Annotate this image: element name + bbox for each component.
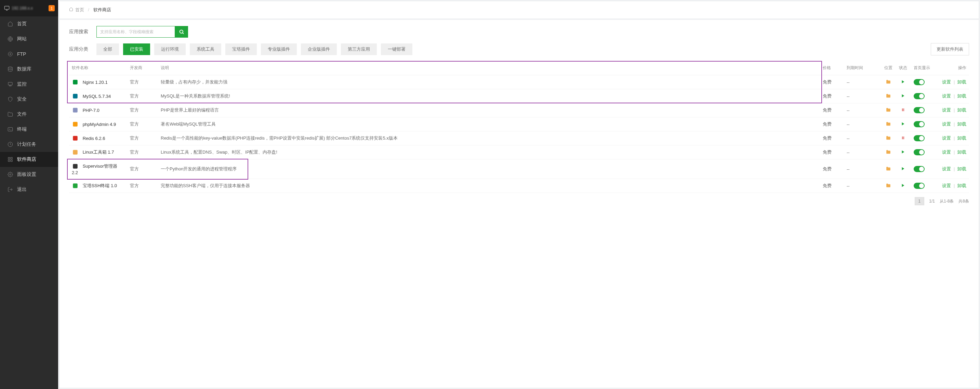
toggle-switch[interactable] (914, 149, 924, 155)
ftp-icon (8, 51, 13, 57)
search-input[interactable] (96, 26, 175, 38)
update-list-button[interactable]: 更新软件列表 (931, 43, 969, 56)
svg-point-6 (8, 67, 12, 68)
sidebar-item-clock[interactable]: 计划任务 (0, 137, 58, 152)
uninstall-link[interactable]: 卸载 (958, 121, 966, 127)
app-icon (72, 163, 79, 170)
app-icon (72, 93, 79, 100)
pause-icon[interactable] (901, 108, 905, 112)
toggle-switch[interactable] (914, 166, 924, 172)
settings-link[interactable]: 设置 (942, 136, 951, 140)
category-tab[interactable]: 第三方应用 (341, 43, 377, 55)
uninstall-link[interactable]: 卸载 (958, 80, 966, 84)
svg-rect-12 (11, 157, 12, 159)
sidebar-item-label: 终端 (17, 126, 27, 132)
uninstall-link[interactable]: 卸载 (958, 107, 966, 113)
folder-icon[interactable] (886, 166, 891, 171)
play-icon[interactable] (901, 167, 905, 171)
folder-icon[interactable] (886, 80, 891, 84)
terminal-icon (8, 127, 13, 132)
sidebar-item-gear[interactable]: 面板设置 (0, 167, 58, 182)
toggle-switch[interactable] (914, 107, 924, 113)
sidebar-item-logout[interactable]: 退出 (0, 182, 58, 197)
cell-name: PHP-7.0 (69, 103, 127, 117)
sidebar-item-label: 软件商店 (17, 156, 36, 163)
settings-link[interactable]: 设置 (942, 80, 951, 84)
folder-icon[interactable] (886, 183, 891, 188)
sidebar-item-shield[interactable]: 安全 (0, 92, 58, 107)
cell-pos (881, 103, 895, 117)
uninstall-link[interactable]: 卸载 (958, 183, 966, 188)
toggle-switch[interactable] (914, 135, 924, 141)
software-table: 软件名称 开发商 说明 价格 到期时间 位置 状态 首页显示 操作 Nginx … (69, 61, 969, 193)
toggle-switch[interactable] (914, 121, 924, 127)
uninstall-link[interactable]: 卸载 (958, 136, 966, 140)
folder-icon[interactable] (886, 93, 891, 98)
svg-rect-11 (8, 157, 10, 159)
cell-desc: 一个Python开发的通用的进程管理程序 (158, 159, 820, 179)
settings-link[interactable]: 设置 (942, 166, 951, 171)
app-name[interactable]: Linux工具箱 1.7 (83, 150, 114, 155)
app-name[interactable]: PHP-7.0 (83, 108, 100, 113)
cell-pos (881, 117, 895, 131)
th-status: 状态 (895, 61, 911, 75)
folder-icon[interactable] (886, 150, 891, 154)
sidebar-item-home[interactable]: 首页 (0, 16, 58, 32)
page-range: 从1-8条 (940, 198, 954, 204)
toggle-switch[interactable] (914, 93, 924, 99)
toggle-switch[interactable] (914, 79, 924, 85)
category-tab[interactable]: 宝塔插件 (225, 43, 257, 55)
table-row: Redis 6.2.6 官方 Redis是一个高性能的key-value数据库(… (69, 131, 969, 145)
svg-marker-34 (902, 167, 904, 170)
play-icon[interactable] (901, 80, 905, 84)
svg-rect-29 (902, 137, 903, 139)
app-name[interactable]: MySQL 5.7.34 (83, 94, 111, 99)
play-icon[interactable] (901, 183, 905, 188)
app-icon (72, 107, 79, 113)
category-tab[interactable]: 全部 (96, 43, 119, 55)
folder-icon[interactable] (886, 107, 891, 112)
sidebar-item-ftp[interactable]: FTP (0, 46, 58, 62)
settings-link[interactable]: 设置 (942, 121, 951, 127)
sidebar-item-terminal[interactable]: 终端 (0, 122, 58, 137)
search-button[interactable] (175, 26, 188, 38)
sidebar-item-folder[interactable]: 文件 (0, 107, 58, 122)
settings-link[interactable]: 设置 (942, 150, 951, 155)
folder-icon[interactable] (886, 121, 891, 126)
notification-badge[interactable]: 1 (49, 5, 55, 11)
app-name[interactable]: Nginx 1.20.1 (83, 80, 108, 85)
folder-icon[interactable] (886, 136, 891, 140)
category-tab[interactable]: 运行环境 (154, 43, 186, 55)
sidebar-item-label: 文件 (17, 111, 27, 117)
pause-icon[interactable] (901, 136, 905, 140)
play-icon[interactable] (901, 94, 905, 98)
play-icon[interactable] (901, 150, 905, 154)
settings-link[interactable]: 设置 (942, 107, 951, 113)
page-current[interactable]: 1 (915, 197, 924, 205)
app-name[interactable]: 宝塔SSH终端 1.0 (83, 183, 117, 188)
category-tab[interactable]: 已安装 (123, 43, 150, 55)
cell-price: 免费 (820, 159, 844, 179)
settings-link[interactable]: 设置 (942, 93, 951, 99)
cell-status (895, 145, 911, 159)
uninstall-link[interactable]: 卸载 (958, 93, 966, 99)
breadcrumb-home[interactable]: 首页 (75, 7, 84, 12)
sidebar-item-globe[interactable]: 网站 (0, 32, 58, 46)
category-tab[interactable]: 系统工具 (190, 43, 221, 55)
sidebar-item-monitor[interactable]: 监控 (0, 77, 58, 92)
sidebar-item-apps[interactable]: 软件商店 (0, 152, 58, 167)
search-row: 应用搜索 (69, 26, 969, 38)
toggle-switch[interactable] (914, 183, 924, 189)
category-tab[interactable]: 专业版插件 (261, 43, 297, 55)
app-name[interactable]: phpMyAdmin 4.9 (83, 122, 116, 127)
app-name[interactable]: Redis 6.2.6 (83, 136, 105, 141)
category-label: 应用分类 (69, 46, 96, 53)
sidebar-item-database[interactable]: 数据库 (0, 62, 58, 77)
table-row: MySQL 5.7.34 官方 MySQL是一种关系数据库管理系统! 免费 --… (69, 89, 969, 103)
uninstall-link[interactable]: 卸载 (958, 150, 966, 155)
play-icon[interactable] (901, 122, 905, 126)
category-tab[interactable]: 企业版插件 (301, 43, 337, 55)
category-tab[interactable]: 一键部署 (381, 43, 412, 55)
settings-link[interactable]: 设置 (942, 183, 951, 188)
uninstall-link[interactable]: 卸载 (958, 166, 966, 171)
